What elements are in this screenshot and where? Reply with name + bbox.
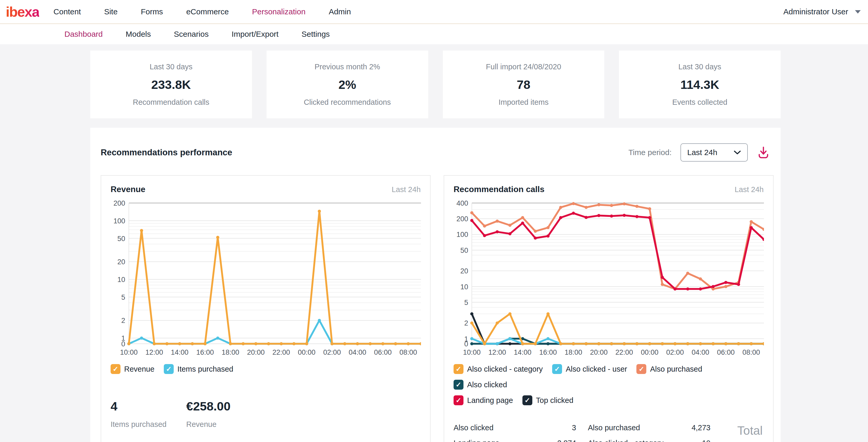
stat-cards-row: Last 30 days 233.8K Recommendation calls…	[90, 50, 781, 118]
svg-text:200: 200	[114, 200, 125, 207]
legend-item-also-clicked-user[interactable]: ✓ Also clicked - user	[552, 364, 627, 374]
svg-text:5: 5	[121, 294, 125, 301]
main-nav: Content Site Forms eCommerce Personaliza…	[54, 7, 351, 16]
svg-text:22:00: 22:00	[273, 348, 290, 356]
summary-label: Revenue	[186, 420, 262, 429]
recommendation-calls-chart: 400200100502010521010:0012:0014:0016:001…	[454, 200, 764, 357]
legend-item-revenue[interactable]: ✓ Revenue	[111, 364, 154, 374]
calls-legend-row-1: ✓ Also clicked - category ✓ Also clicked…	[454, 364, 764, 389]
tab-models[interactable]: Models	[126, 30, 151, 39]
summary-row-label: Landing page	[454, 439, 534, 442]
chevron-down-icon	[855, 10, 861, 13]
svg-text:10: 10	[460, 283, 468, 291]
chart-title: Recommendation calls	[454, 184, 545, 194]
tab-import-export[interactable]: Import/Export	[231, 30, 279, 39]
chart-period: Last 24h	[392, 185, 421, 194]
checkbox-checked-icon[interactable]: ✓	[111, 364, 121, 374]
revenue-legend: ✓ Revenue ✓ Items purchased	[111, 364, 421, 374]
summary-row-value: 3	[534, 423, 576, 432]
svg-text:06:00: 06:00	[717, 348, 735, 356]
legend-item-top-clicked[interactable]: ✓ Top clicked	[522, 395, 573, 405]
svg-text:02:00: 02:00	[666, 348, 684, 356]
stat-card-recommendation-calls: Last 30 days 233.8K Recommendation calls	[90, 50, 252, 118]
page-content: Last 30 days 233.8K Recommendation calls…	[0, 44, 868, 442]
calls-legend-row-2: ✓ Landing page ✓ Top clicked	[454, 395, 764, 405]
revenue-chart-card: Revenue Last 24h 200100502010521010:0012…	[101, 175, 431, 442]
svg-text:02:00: 02:00	[323, 348, 341, 356]
checkbox-checked-icon[interactable]: ✓	[454, 364, 463, 374]
nav-item-content[interactable]: Content	[54, 7, 81, 16]
panel-controls: Time period: Last 24h	[628, 143, 770, 162]
stat-card-imported-items: Full import 24/08/2020 78 Imported items	[443, 50, 604, 118]
svg-text:2: 2	[121, 317, 125, 325]
stat-period: Previous month 2%	[314, 63, 380, 71]
svg-text:00:00: 00:00	[298, 348, 316, 356]
legend-label: Also clicked	[467, 380, 507, 389]
svg-text:20: 20	[117, 258, 125, 266]
stat-card-clicked-recommendations: Previous month 2% 2% Clicked recommendat…	[267, 50, 428, 118]
nav-item-personalization[interactable]: Personalization	[252, 7, 305, 16]
checkbox-checked-icon[interactable]: ✓	[454, 380, 463, 389]
calls-total: Total 7,166	[729, 423, 764, 442]
checkbox-checked-icon[interactable]: ✓	[637, 364, 646, 374]
summary-value: 4	[111, 399, 186, 413]
svg-text:0: 0	[121, 340, 125, 348]
nav-item-site[interactable]: Site	[104, 7, 118, 16]
svg-text:14:00: 14:00	[171, 348, 189, 356]
calls-summary-col-1: Also clicked 3 Landing page 2,874 Also c…	[454, 423, 576, 442]
chart-header: Recommendation calls Last 24h	[454, 184, 764, 194]
legend-item-items-purchased[interactable]: ✓ Items purchased	[164, 364, 233, 374]
user-menu[interactable]: Administrator User	[783, 7, 861, 16]
nav-item-ecommerce[interactable]: eCommerce	[186, 7, 229, 16]
stat-value: 233.8K	[151, 77, 191, 92]
tab-settings[interactable]: Settings	[302, 30, 330, 39]
time-period-select[interactable]: Last 24h	[680, 143, 748, 162]
chart-title: Revenue	[111, 184, 145, 194]
stat-card-events-collected: Last 30 days 114.3K Events collected	[619, 50, 781, 118]
revenue-chart: 200100502010521010:0012:0014:0016:0018:0…	[111, 200, 421, 357]
checkbox-checked-icon[interactable]: ✓	[454, 395, 463, 405]
svg-text:10: 10	[117, 276, 125, 283]
stat-value: 78	[517, 77, 530, 92]
checkbox-checked-icon[interactable]: ✓	[522, 395, 532, 405]
svg-text:2: 2	[464, 319, 468, 327]
calls-summary-col-2: Also purchased 4,273 Also clicked - cate…	[588, 423, 710, 442]
stat-title: Imported items	[498, 98, 549, 107]
svg-text:20: 20	[460, 267, 468, 275]
recommendations-performance-panel: Recommendations performance Time period:…	[90, 128, 781, 442]
chevron-down-icon	[734, 150, 741, 155]
user-name: Administrator User	[783, 7, 848, 16]
top-bar: ibexa Content Site Forms eCommerce Perso…	[0, 0, 868, 24]
summary-row-label: Also clicked	[454, 423, 534, 432]
svg-text:00:00: 00:00	[641, 348, 658, 356]
svg-text:12:00: 12:00	[489, 348, 506, 356]
download-report-button[interactable]	[756, 146, 770, 159]
stat-title: Clicked recommendations	[304, 98, 391, 107]
checkbox-checked-icon[interactable]: ✓	[164, 364, 174, 374]
svg-text:12:00: 12:00	[146, 348, 163, 356]
svg-text:08:00: 08:00	[743, 348, 760, 356]
checkbox-checked-icon[interactable]: ✓	[552, 364, 562, 374]
summary-row-value: 4,273	[674, 423, 710, 432]
legend-item-also-purchased[interactable]: ✓ Also purchased	[637, 364, 702, 374]
svg-text:20:00: 20:00	[247, 348, 265, 356]
time-period-value: Last 24h	[687, 148, 734, 157]
summary-items-purchased: 4 Items purchased	[111, 399, 186, 429]
chart-header: Revenue Last 24h	[111, 184, 421, 194]
legend-label: Top clicked	[536, 396, 573, 405]
summary-row-label: Also clicked - category	[588, 439, 674, 442]
chart-period: Last 24h	[735, 185, 764, 194]
nav-item-forms[interactable]: Forms	[141, 7, 163, 16]
tab-dashboard[interactable]: Dashboard	[64, 30, 103, 39]
tab-scenarios[interactable]: Scenarios	[174, 30, 208, 39]
legend-item-also-clicked-category[interactable]: ✓ Also clicked - category	[454, 364, 543, 374]
nav-item-admin[interactable]: Admin	[329, 7, 351, 16]
stat-title: Events collected	[672, 98, 727, 107]
svg-text:200: 200	[457, 215, 468, 223]
legend-item-landing-page[interactable]: ✓ Landing page	[454, 395, 513, 405]
legend-item-also-clicked[interactable]: ✓ Also clicked	[454, 380, 507, 389]
summary-row-label: Also purchased	[588, 423, 674, 432]
legend-label: Also clicked - user	[566, 365, 627, 373]
svg-text:400: 400	[457, 200, 468, 207]
ibexa-logo[interactable]: ibexa	[6, 5, 39, 19]
